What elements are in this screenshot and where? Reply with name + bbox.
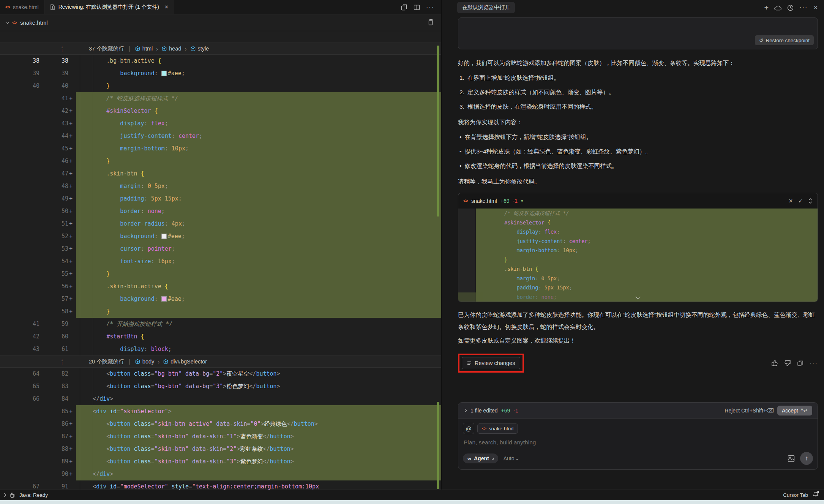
html-file-icon: <> bbox=[5, 5, 10, 10]
code-line: 53+ cursor: pointer; bbox=[0, 243, 441, 255]
code-line: 56+ .skin-btn.active { bbox=[0, 280, 441, 293]
code-line: 6791 <div id="modeSelector" style="text-… bbox=[0, 480, 441, 490]
attach-image-icon[interactable] bbox=[788, 455, 795, 462]
code-line: 3939 background: #aee; bbox=[0, 67, 441, 80]
thumbs-up-icon[interactable] bbox=[771, 360, 778, 367]
thumbs-down-icon[interactable] bbox=[784, 360, 791, 367]
send-button[interactable]: ↑ bbox=[800, 452, 813, 465]
list-icon bbox=[467, 361, 472, 365]
breadcrumb-item[interactable]: style bbox=[190, 46, 209, 52]
modified-dot-icon: • bbox=[521, 197, 523, 204]
editor-pane: <> snake.html Reviewing: 在默认浏览器中打开 (1 个文… bbox=[0, 0, 441, 490]
code-line: 43+ display: flex; bbox=[0, 117, 441, 130]
chat-more-icon[interactable]: ··· bbox=[799, 4, 808, 11]
reject-button[interactable]: Reject Ctrl+Shift+⌫ bbox=[725, 408, 774, 414]
code-line: 3838 .bg-btn.active { bbox=[0, 55, 441, 67]
infinity-icon: ∞ bbox=[467, 455, 471, 461]
panel-chevron-icon[interactable] bbox=[3, 493, 6, 497]
chat-composer: 1 file edited +69 -1 Reject Ctrl+Shift+⌫… bbox=[458, 402, 818, 470]
chat-tab[interactable]: 在默认浏览器中打开 bbox=[457, 2, 515, 13]
code-line: 4159 /* 开始游戏按钮样式 */ bbox=[0, 318, 441, 330]
unfold-arrows-icon[interactable]: ↓↑ bbox=[0, 45, 65, 52]
split-editor-icon[interactable] bbox=[414, 4, 420, 11]
close-icon[interactable]: ✕ bbox=[164, 4, 169, 10]
accept-button[interactable]: Accept ^↵ bbox=[777, 406, 812, 416]
more-actions-icon[interactable]: ··· bbox=[426, 4, 434, 11]
code-line: 48+ margin: 0 5px; bbox=[0, 180, 441, 193]
code-line: 50+ border: none; bbox=[0, 205, 441, 218]
breadcrumb-item[interactable]: head bbox=[161, 46, 181, 52]
discard-icon[interactable]: ✕ bbox=[789, 198, 793, 204]
restore-icon: ↺ bbox=[759, 37, 763, 43]
restore-checkpoint-button[interactable]: ↺ Restore checkpoint bbox=[755, 35, 814, 45]
cloud-icon[interactable] bbox=[774, 5, 781, 11]
open-changes-icon[interactable] bbox=[401, 4, 407, 11]
mode-selector[interactable]: ∞ Agent bbox=[463, 453, 498, 463]
code-line: 47+ .skin-btn { bbox=[0, 167, 441, 180]
code-line: margin: 0 5px; bbox=[458, 274, 818, 283]
chevron-up-icon bbox=[492, 458, 494, 460]
breadcrumb-item[interactable]: html bbox=[135, 46, 153, 52]
message-more-icon[interactable]: ··· bbox=[810, 360, 818, 367]
diff-file-header[interactable]: <> snake.html bbox=[0, 14, 441, 31]
code-line: 4040 } bbox=[0, 80, 441, 92]
context-file-pill[interactable]: <> snake.html bbox=[477, 423, 518, 434]
code-change-card[interactable]: <> snake.html +69 -1 • ✕ ✓ /* 蛇皮肤选择按钮样式 … bbox=[458, 193, 818, 302]
accept-icon[interactable]: ✓ bbox=[798, 198, 803, 204]
code-line: 6684 </div> bbox=[0, 393, 441, 405]
user-message-bubble: ↺ Restore checkpoint bbox=[458, 17, 818, 49]
code-line: padding: 5px 15px; bbox=[458, 283, 818, 292]
breadcrumb: body›div#bgSelector bbox=[135, 359, 207, 365]
assistant-paragraph: 请稍等，我马上为你修改代码。 bbox=[458, 175, 818, 188]
hidden-lines-bar-1[interactable]: ↓↑ 37 个隐藏的行 | html›head›style bbox=[0, 43, 441, 55]
model-selector[interactable]: Auto bbox=[504, 455, 519, 461]
removed-count: -1 bbox=[513, 198, 517, 204]
code-line: justify-content: center; bbox=[458, 237, 818, 246]
code-line: 4260 #startBtn { bbox=[0, 330, 441, 343]
breadcrumb-item[interactable]: body bbox=[135, 359, 154, 365]
file-header-action-icon[interactable] bbox=[428, 19, 434, 27]
code-line: 52+ background: #eee; bbox=[0, 230, 441, 243]
code-line: } bbox=[458, 255, 818, 265]
copy-icon[interactable] bbox=[797, 360, 803, 367]
code-line: #skinSelector { bbox=[458, 218, 818, 228]
overview-ruler-added-mark bbox=[437, 46, 439, 216]
new-chat-icon[interactable]: + bbox=[764, 3, 769, 12]
list-item: •修改渲染蛇身的代码，根据当前选择的皮肤渲染不同样式。 bbox=[458, 160, 818, 172]
history-icon[interactable] bbox=[787, 5, 794, 11]
tab-snake-html[interactable]: <> snake.html bbox=[0, 0, 44, 14]
chevron-right-icon[interactable] bbox=[463, 409, 467, 412]
cursor-tab-status[interactable]: Cursor Tab bbox=[783, 492, 808, 498]
java-status[interactable]: Java: Ready bbox=[19, 492, 48, 498]
chevron-down-icon[interactable] bbox=[6, 20, 9, 24]
expand-collapse-icon[interactable] bbox=[808, 198, 813, 204]
code-line: 42+ #skinSelector { bbox=[0, 105, 441, 117]
chat-panel: 在默认浏览器中打开 + ··· ✕ ↺ Restore checkpoint 好… bbox=[441, 0, 824, 490]
html-file-icon: <> bbox=[463, 198, 468, 204]
chat-input[interactable]: Plan, search, build anything bbox=[458, 434, 818, 446]
list-item: 1.在界面上增加“蛇皮肤选择”按钮组。 bbox=[458, 72, 818, 84]
code-line: 54+ font-size: 16px; bbox=[0, 255, 441, 268]
bullet-list: •在背景选择按钮下方，新增“蛇皮肤选择”按钮组。•提供3~4种蛇皮肤（如：经典绿… bbox=[458, 131, 818, 172]
code-line: /* 蛇皮肤选择按钮样式 */ bbox=[458, 209, 818, 218]
add-context-button[interactable]: @ bbox=[463, 423, 474, 434]
hidden-lines-bar-2[interactable]: ↓↑ 20 个隐藏的行 | body›div#bgSelector bbox=[0, 355, 441, 368]
editor-actions: ··· bbox=[401, 0, 434, 14]
breadcrumb-item[interactable]: div#bgSelector bbox=[163, 359, 207, 365]
code-line: 85+ <div id="skinSelector"> bbox=[0, 405, 441, 418]
close-panel-icon[interactable]: ✕ bbox=[813, 5, 818, 11]
notifications-bell-icon[interactable] bbox=[813, 491, 819, 499]
unfold-arrows-icon[interactable]: ↓↑ bbox=[0, 358, 65, 365]
tab-reviewing[interactable]: Reviewing: 在默认浏览器中打开 (1 个文件) ✕ bbox=[44, 0, 174, 14]
review-changes-button[interactable]: Review changes bbox=[462, 357, 520, 369]
status-bar: Java: Ready Cursor Tab bbox=[0, 490, 824, 500]
expand-code-icon[interactable] bbox=[636, 294, 640, 300]
code-line: 86+ <button class="skin-btn active" data… bbox=[0, 418, 441, 430]
hidden-lines-label: 37 个隐藏的行 bbox=[89, 45, 124, 52]
file-name: snake.html bbox=[20, 19, 48, 26]
code-line: display: flex; bbox=[458, 227, 818, 237]
assistant-paragraph: 我将为你实现以下内容： bbox=[458, 116, 818, 128]
composer-toolbar: ∞ Agent Auto ↑ bbox=[458, 446, 818, 469]
removed-count: -1 bbox=[513, 408, 518, 414]
code-line: 57+ background: #eae; bbox=[0, 293, 441, 305]
